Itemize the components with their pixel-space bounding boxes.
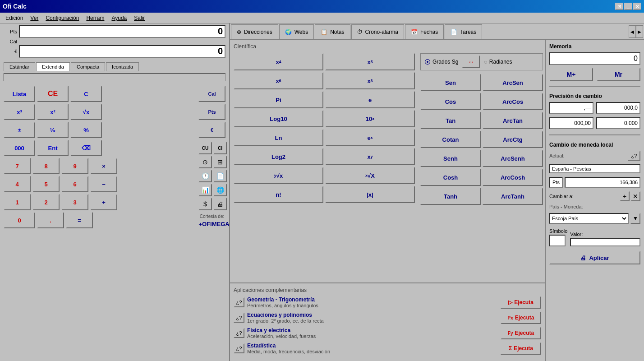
percent-button[interactable]: % — [70, 122, 102, 138]
tab-fechas[interactable]: 📅 Fechas — [405, 24, 444, 39]
radio-grados[interactable]: ⦿ Grados Sg — [424, 58, 458, 65]
moneda-question-btn[interactable]: ¿? — [628, 151, 640, 161]
x3-button[interactable]: x³ — [4, 104, 35, 120]
arccos-button[interactable]: ArcCos — [483, 93, 543, 110]
btn-4[interactable]: 4 — [4, 176, 31, 192]
c-button[interactable]: C — [70, 86, 102, 102]
tab-crono[interactable]: ⏱ Crono-alarma — [351, 24, 404, 39]
x4-button[interactable]: x4 — [234, 53, 323, 70]
abs-button[interactable]: |x| — [325, 186, 415, 203]
arcsenh-button[interactable]: ArcSenh — [483, 150, 543, 167]
btn-1[interactable]: 1 — [4, 194, 31, 210]
tab-notas[interactable]: 📋 Notas — [315, 24, 350, 39]
menu-herram[interactable]: Herram — [83, 14, 108, 22]
arccosh-button[interactable]: ArcCosh — [483, 169, 543, 186]
app-question-4[interactable]: ¿? — [234, 343, 244, 353]
ex-button[interactable]: ex — [325, 129, 415, 146]
ent-button[interactable]: Ent — [37, 140, 69, 156]
exec-btn-2[interactable]: Px Ejecuta — [501, 311, 541, 324]
tab-iconizada[interactable]: Iconizada — [106, 62, 139, 71]
arrow-convert[interactable]: ↔ — [462, 56, 480, 68]
xy-button[interactable]: xy — [325, 148, 415, 165]
tab-direcciones[interactable]: ⊛ Direcciones — [231, 24, 278, 39]
radio-radianes[interactable]: ○ Radianes — [483, 58, 512, 65]
globe-icon-btn[interactable]: 🌐 — [213, 184, 227, 196]
restore-button[interactable]: ⊡ — [615, 3, 623, 10]
valor-input[interactable] — [570, 238, 640, 246]
minimize-button[interactable]: _ — [624, 3, 632, 10]
btn-6[interactable]: 6 — [61, 176, 88, 192]
lista-button[interactable]: Lista — [4, 86, 35, 102]
printer-icon-btn[interactable]: 🖨 — [213, 198, 227, 210]
arcctg-button[interactable]: ArcCtg — [483, 131, 543, 148]
add-button[interactable]: + — [90, 194, 117, 210]
chart-icon-btn[interactable]: 📊 — [198, 184, 212, 196]
10x-button[interactable]: 10x — [325, 110, 415, 127]
tab-extendida[interactable]: Extendida — [36, 62, 70, 71]
simbolo-input[interactable] — [549, 235, 566, 246]
yroot-button[interactable]: y√x — [234, 167, 323, 184]
menu-ver[interactable]: Ver — [27, 14, 42, 22]
pi-button[interactable]: Pi — [234, 91, 323, 108]
equals-button[interactable]: = — [66, 212, 93, 228]
radar-icon-btn[interactable]: ⊙ — [198, 156, 212, 168]
btn-5[interactable]: 5 — [32, 176, 60, 192]
ln-button[interactable]: Ln — [234, 129, 323, 146]
clock-icon-btn[interactable]: 🕐 — [198, 170, 212, 182]
x5-button[interactable]: x5 — [325, 53, 415, 70]
tab-webs[interactable]: 🌍 Webs — [279, 24, 314, 39]
btn-3[interactable]: 3 — [61, 194, 88, 210]
e-button[interactable]: e — [325, 91, 415, 108]
btn-9[interactable]: 9 — [61, 158, 88, 174]
nav-prev[interactable]: ◀ — [629, 25, 636, 38]
app-question-2[interactable]: ¿? — [234, 313, 244, 323]
app-question-3[interactable]: ¿? — [234, 328, 244, 338]
menu-salir[interactable]: Salir — [130, 14, 148, 22]
exec-btn-3[interactable]: Fy Ejecuta — [501, 327, 541, 339]
close-button[interactable]: ✕ — [633, 3, 641, 10]
cal-side-button[interactable]: Cal — [198, 86, 225, 102]
doc-icon-btn[interactable]: 📄 — [213, 170, 227, 182]
cambiar-remove-btn[interactable]: ✕ — [630, 191, 640, 201]
grid-icon-btn[interactable]: ⊞ — [213, 156, 227, 168]
tan-button[interactable]: Tan — [420, 112, 481, 129]
exec-btn-4[interactable]: Σ Ejecuta — [501, 342, 541, 355]
tab-compacta[interactable]: Compacta — [71, 62, 105, 71]
btn-0[interactable]: 0 — [4, 212, 35, 228]
backspace-button[interactable]: ⌫ — [70, 140, 102, 156]
inv-button[interactable]: ¹⁄ₓ — [37, 122, 69, 138]
sqrt-button[interactable]: √x — [70, 104, 102, 120]
tab-tareas[interactable]: 📄 Tareas — [445, 24, 482, 39]
euro-side-button[interactable]: € — [198, 122, 225, 138]
btn-8[interactable]: 8 — [32, 158, 60, 174]
btn-2[interactable]: 2 — [32, 194, 60, 210]
sen-button[interactable]: Sen — [420, 74, 481, 91]
senh-button[interactable]: Senh — [420, 150, 481, 167]
arctanh-button[interactable]: ArcTanh — [483, 188, 543, 205]
menu-configuracion[interactable]: Configuración — [42, 14, 83, 22]
x2-button[interactable]: x² — [37, 104, 69, 120]
subtract-button[interactable]: − — [90, 176, 117, 192]
x6-button[interactable]: x6 — [234, 72, 323, 89]
dot-button[interactable]: . — [37, 212, 64, 228]
tab-estandar[interactable]: Estándar — [4, 62, 35, 71]
x3s-button[interactable]: x3 — [325, 72, 415, 89]
cambiar-add-btn[interactable]: + — [620, 191, 630, 201]
nav-next[interactable]: ▶ — [636, 25, 643, 38]
menu-edicion[interactable]: Edición — [2, 14, 27, 22]
btn-7[interactable]: 7 — [4, 158, 31, 174]
pts-side-button[interactable]: Pts — [198, 104, 225, 120]
log2-button[interactable]: Log2 — [234, 148, 323, 165]
pais-select[interactable]: Escoja País — [549, 213, 629, 224]
ce-button[interactable]: CE — [37, 86, 69, 102]
menu-ayuda[interactable]: Ayuda — [108, 14, 130, 22]
arcsen-button[interactable]: ArcSen — [483, 74, 543, 91]
pais-dropdown-btn[interactable]: ▼ — [630, 213, 640, 224]
cotan-button[interactable]: Cotan — [420, 131, 481, 148]
cosh-button[interactable]: Cosh — [420, 169, 481, 186]
log10-button[interactable]: Log10 — [234, 110, 323, 127]
triple-zero-button[interactable]: 000 — [4, 140, 35, 156]
aplicar-button[interactable]: 🖨 Aplicar — [549, 251, 640, 264]
plusminus-button[interactable]: ± — [4, 122, 35, 138]
factorial-button[interactable]: n! — [234, 186, 323, 203]
